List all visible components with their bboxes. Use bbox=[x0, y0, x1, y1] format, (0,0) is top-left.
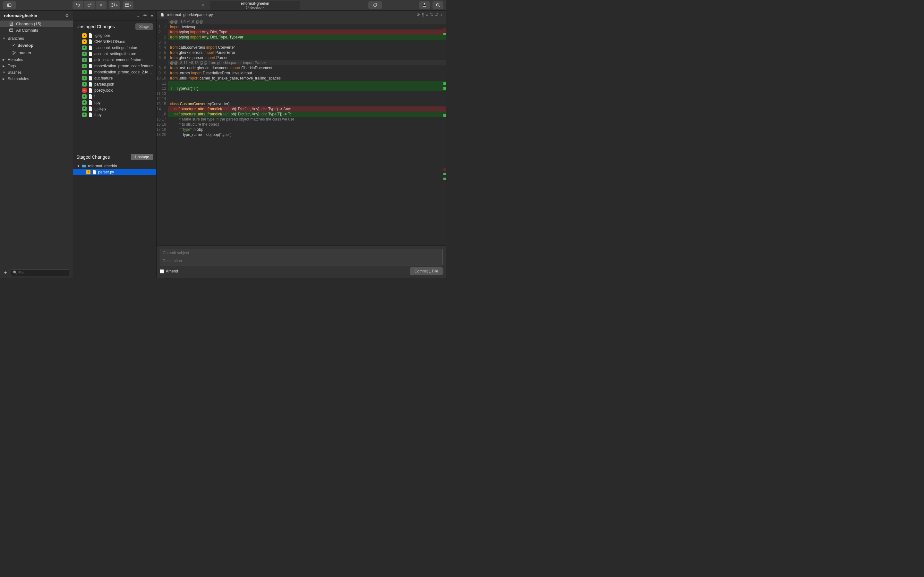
status-badge: • bbox=[82, 33, 87, 38]
staged-file-list: ▼reformat_gherkin•parser.py bbox=[73, 163, 156, 175]
file-icon bbox=[89, 33, 92, 38]
file-name: _account_settings.feature bbox=[94, 45, 138, 50]
file-row[interactable]: •CHANGELOG.md bbox=[73, 39, 156, 45]
unstage-button[interactable]: Unstage bbox=[131, 154, 153, 160]
refresh-icon bbox=[373, 3, 377, 7]
file-name: tt.py bbox=[94, 113, 102, 117]
filter-input[interactable] bbox=[11, 269, 69, 276]
file-row[interactable]: •.gitignore bbox=[73, 32, 156, 39]
share-icon bbox=[422, 3, 427, 7]
gear-icon[interactable]: ⚙ bbox=[65, 13, 69, 18]
file-row[interactable]: +t_cli.py bbox=[73, 105, 156, 111]
menu-icon[interactable]: ≡ bbox=[202, 3, 208, 8]
file-name: account_settings.feature bbox=[94, 52, 136, 56]
diff-opt-icon[interactable]: ⇵ bbox=[435, 13, 438, 17]
diff-body[interactable]: @@ -1,6 +1,6 @@11import textwrap2from ty… bbox=[157, 19, 446, 245]
staged-title: Staged Changes bbox=[76, 155, 110, 160]
file-icon bbox=[89, 100, 92, 105]
section-submodules[interactable]: ▶Submodules bbox=[0, 76, 73, 82]
svg-point-22 bbox=[15, 52, 16, 53]
commit-description-input[interactable] bbox=[160, 257, 443, 264]
svg-point-2 bbox=[111, 3, 113, 4]
diff-line: 33 bbox=[157, 40, 446, 45]
diff-opt-icon[interactable]: ≡ bbox=[426, 13, 428, 17]
file-row[interactable]: •parser.py bbox=[73, 169, 156, 175]
status-badge: + bbox=[82, 106, 87, 111]
branch-item[interactable]: ✓develop bbox=[8, 42, 73, 49]
eye-icon[interactable]: 👁 bbox=[143, 13, 147, 18]
stage-button[interactable]: Stage bbox=[136, 23, 153, 30]
section-tags[interactable]: ▶Tags bbox=[0, 63, 73, 69]
minimap[interactable] bbox=[442, 19, 446, 245]
diff-opt-icon[interactable]: ⫞ bbox=[440, 13, 442, 17]
search-button[interactable] bbox=[433, 1, 443, 9]
file-name: parser.py bbox=[98, 170, 114, 174]
amend-input[interactable] bbox=[160, 269, 164, 274]
redo-button[interactable] bbox=[84, 1, 95, 9]
file-row[interactable]: +parsed.json bbox=[73, 81, 156, 87]
diff-line: 14 def structure_attrs_fromdict(self, ob… bbox=[157, 106, 446, 111]
file-row[interactable]: +t.py bbox=[73, 99, 156, 105]
file-name: monetization_promo_code.feature bbox=[94, 64, 153, 68]
amend-checkbox[interactable]: Amend bbox=[160, 269, 178, 274]
sidebar: reformat-gherkin ⚙ Changes (15) All Comm… bbox=[0, 11, 73, 278]
add-button[interactable]: + bbox=[2, 269, 9, 276]
list-icon[interactable]: ≡ bbox=[150, 13, 153, 18]
file-row[interactable]: +ask_instant_connect.feature bbox=[73, 57, 156, 63]
file-icon bbox=[89, 64, 92, 68]
status-badge: + bbox=[82, 58, 87, 62]
commits-icon bbox=[9, 28, 13, 32]
folder-row[interactable]: ▼reformat_gherkin bbox=[73, 163, 156, 169]
commit-button[interactable]: Commit 1 File bbox=[410, 268, 443, 275]
sidebar-changes[interactable]: Changes (15) bbox=[0, 21, 73, 27]
section-branches[interactable]: ▼Branches bbox=[0, 35, 73, 42]
branch-button[interactable]: + bbox=[109, 1, 120, 9]
file-row[interactable]: +_account_settings.feature bbox=[73, 45, 156, 51]
file-icon bbox=[89, 113, 92, 117]
changes-icon bbox=[9, 21, 13, 26]
undo-icon bbox=[76, 3, 80, 7]
stash-button[interactable] bbox=[95, 1, 107, 9]
file-name: monetization_promo_code_2.feature bbox=[94, 70, 153, 74]
file-icon bbox=[160, 13, 164, 17]
file-row[interactable]: +account_settings.feature bbox=[73, 51, 156, 57]
file-row[interactable]: +out.feature bbox=[73, 75, 156, 81]
file-icon bbox=[89, 58, 92, 62]
file-row[interactable]: +t bbox=[73, 93, 156, 99]
refresh-button[interactable] bbox=[368, 1, 382, 9]
diff-opt-icon[interactable]: ¶ bbox=[422, 13, 424, 17]
branch-icon bbox=[111, 3, 115, 7]
share-button[interactable] bbox=[419, 1, 430, 9]
file-row[interactable]: +monetization_promo_code.feature bbox=[73, 63, 156, 69]
folder-icon bbox=[82, 164, 86, 168]
status-badge: − bbox=[82, 88, 87, 93]
section-stashes[interactable]: ▼Stashes bbox=[0, 69, 73, 76]
diff-line: 44from cattr.converters import Converter bbox=[157, 45, 446, 50]
file-row[interactable]: +tt.py bbox=[73, 111, 156, 118]
sidebar-toggle-button[interactable] bbox=[3, 1, 16, 9]
file-name: .gitignore bbox=[94, 33, 110, 38]
branch-item[interactable]: master bbox=[8, 49, 73, 56]
file-name: t_cli.py bbox=[94, 106, 106, 111]
svg-point-11 bbox=[248, 6, 249, 7]
branch-name: develop bbox=[18, 43, 33, 48]
diff-opt-icon[interactable]: ⟳ bbox=[417, 13, 420, 17]
file-name: t.py bbox=[94, 100, 100, 105]
title-bar[interactable]: reformat-gherkin develop ▾ bbox=[210, 1, 300, 10]
repo-name: reformat-gherkin bbox=[241, 1, 269, 6]
diff-line: @@ -1,6 +1,6 @@ bbox=[157, 19, 446, 24]
file-row[interactable]: −poetry.lock bbox=[73, 87, 156, 93]
sidebar-all-commits[interactable]: All Commits bbox=[0, 27, 73, 33]
section-remotes[interactable]: ▶Remotes bbox=[0, 56, 73, 63]
commit-subject-input[interactable] bbox=[160, 249, 443, 257]
diff-line: 16 def structure_attrs_fromdict(self, ob… bbox=[157, 111, 446, 117]
undo-button[interactable] bbox=[73, 1, 83, 9]
file-icon bbox=[89, 39, 92, 44]
diff-opt-icon[interactable]: ⇅ bbox=[430, 13, 433, 17]
file-row[interactable]: +monetization_promo_code_2.feature bbox=[73, 69, 156, 75]
chevron-expand-icon[interactable]: ⌄ bbox=[136, 13, 140, 18]
disclosure-icon: ▼ bbox=[77, 164, 80, 168]
view-mode-button[interactable]: ▾ bbox=[123, 1, 134, 9]
diff-line: 2from typing import Any, Dict, Type, Typ… bbox=[157, 35, 446, 40]
svg-point-10 bbox=[246, 8, 247, 9]
